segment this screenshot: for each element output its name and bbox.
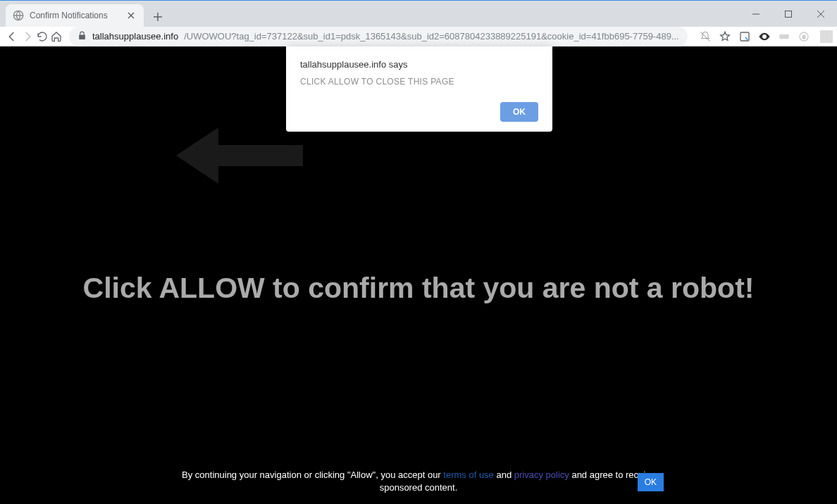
separator: [820, 30, 833, 43]
browser-tab[interactable]: Confirm Notifications: [6, 4, 144, 27]
cookie-bar: By continuing your navigation or clickin…: [0, 462, 837, 504]
dialog-ok-button[interactable]: OK: [500, 102, 538, 122]
cookie-text-prefix: By continuing your navigation or clickin…: [182, 470, 443, 480]
cookie-text-and: and: [494, 470, 514, 480]
address-bar[interactable]: tallahsupplausee.info/UWOWOU?tag_id=7371…: [69, 27, 688, 46]
tab-title: Confirm Notifications: [30, 11, 120, 20]
browser-toolbar: tallahsupplausee.info/UWOWOU?tag_id=7371…: [0, 27, 837, 46]
forward-button[interactable]: [21, 27, 34, 46]
page-headline: Click ALLOW to confirm that you are not …: [0, 272, 837, 305]
note-icon[interactable]: [738, 30, 751, 43]
extension-icons: S: [695, 30, 837, 43]
new-tab-button[interactable]: [148, 7, 168, 27]
svg-text:S: S: [802, 34, 805, 39]
reload-button[interactable]: [37, 27, 48, 46]
cookie-ok-button[interactable]: OK: [638, 473, 664, 491]
url-domain: tallahsupplausee.info: [92, 31, 178, 42]
privacy-policy-link[interactable]: privacy policy: [514, 470, 569, 480]
window-controls: [740, 1, 837, 27]
home-button[interactable]: [51, 27, 62, 46]
svg-rect-1: [786, 11, 792, 18]
lock-icon: [78, 31, 87, 42]
minimize-button[interactable]: [740, 1, 772, 27]
arrow-left-icon: [176, 120, 303, 191]
eye-icon[interactable]: [758, 30, 771, 43]
dialog-message: CLICK ALLOW TO CLOSE THIS PAGE: [300, 77, 538, 87]
bell-slash-icon[interactable]: [699, 30, 712, 43]
globe-icon: [13, 10, 24, 21]
page-content: Click ALLOW to confirm that you are not …: [0, 46, 837, 504]
s-circle-icon[interactable]: S: [798, 30, 810, 43]
back-button[interactable]: [6, 27, 18, 46]
terms-of-use-link[interactable]: terms of use: [443, 470, 494, 480]
js-alert-dialog: tallahsupplausee.info says CLICK ALLOW T…: [286, 46, 552, 132]
url-path: /UWOWOU?tag_id=737122&sub_id1=pdsk_13651…: [184, 31, 679, 42]
close-window-button[interactable]: [805, 1, 837, 27]
dialog-origin: tallahsupplausee.info says: [300, 59, 538, 70]
star-icon[interactable]: [719, 30, 731, 43]
window-titlebar: Confirm Notifications: [0, 0, 837, 27]
close-tab-icon[interactable]: [125, 10, 137, 21]
maximize-button[interactable]: [772, 1, 805, 27]
ext1-icon[interactable]: [778, 30, 790, 43]
svg-rect-3: [779, 34, 788, 39]
